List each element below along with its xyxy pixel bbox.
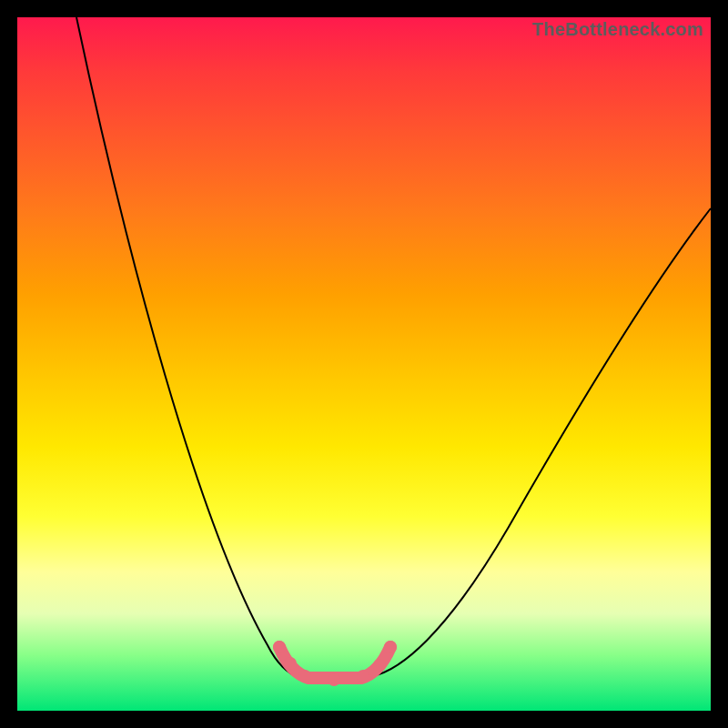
trough-dot [373,659,386,672]
trough-dot [357,670,369,682]
curve-right [372,208,711,676]
curve-left [76,17,298,676]
trough-dot [284,657,297,670]
trough-dot [298,670,311,682]
plot-area: TheBottleneck.com [17,17,711,711]
curve-overlay [17,17,711,711]
chart-frame: TheBottleneck.com [0,0,728,728]
trough-dot [328,673,340,686]
trough-dot [384,641,397,653]
trough-dot [273,641,286,653]
